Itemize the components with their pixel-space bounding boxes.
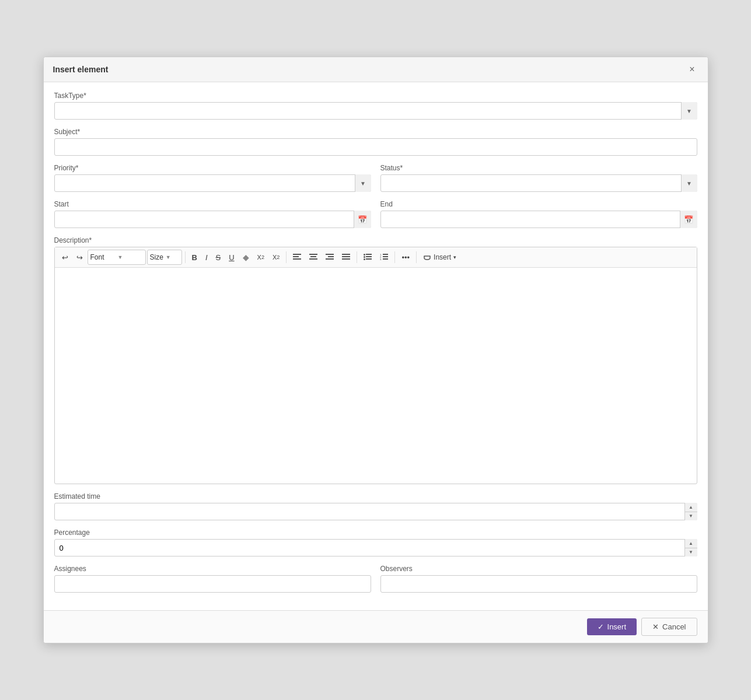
priority-col: Priority* ▼ [54,164,371,200]
underline-button[interactable]: U [225,251,237,264]
start-group: Start 📅 [54,200,371,228]
bold-button[interactable]: B [188,251,201,264]
estimated-time-down-button[interactable]: ▼ [685,512,697,521]
editor-container: ↩ ↪ Font ▼ Size ▼ B I [54,247,697,484]
insert-dropdown-button[interactable]: Insert ▾ [420,251,460,264]
priority-select-wrapper: ▼ [54,174,371,192]
font-select-arrow: ▼ [118,254,143,260]
end-input[interactable] [380,211,697,228]
end-col: End 📅 [380,200,697,236]
svg-point-14 [364,256,365,258]
percentage-down-button[interactable]: ▼ [685,548,697,557]
svg-rect-7 [328,256,334,257]
estimated-time-label: Estimated time [54,492,697,501]
size-select[interactable]: Size ▼ [147,250,182,265]
observers-input[interactable] [380,575,697,593]
subject-input[interactable] [54,138,697,156]
align-right-button[interactable] [322,251,337,263]
assignees-col: Assignees [54,565,371,601]
ordered-list-button[interactable]: 1.2.3. [376,251,392,263]
strikethrough-button[interactable]: S [212,251,225,264]
svg-rect-13 [366,254,372,255]
status-group: Status* ▼ [380,164,697,192]
size-select-arrow: ▼ [166,254,179,260]
italic-button[interactable]: I [202,251,211,264]
font-select[interactable]: Font ▼ [88,250,146,265]
svg-rect-23 [383,258,388,260]
task-type-select[interactable] [54,102,697,120]
svg-rect-3 [309,254,317,255]
insert-button-label: Insert [607,622,627,631]
status-select-wrapper: ▼ [380,174,697,192]
align-center-button[interactable] [306,251,321,263]
percentage-group: Percentage ▲ ▼ [54,528,697,556]
editor-toolbar: ↩ ↪ Font ▼ Size ▼ B I [55,247,697,268]
percentage-wrapper: ▲ ▼ [54,539,697,556]
undo-button[interactable]: ↩ [58,251,72,264]
percentage-input[interactable] [54,539,697,556]
align-justify-button[interactable] [338,251,354,263]
font-select-label: Font [90,253,116,261]
cancel-button[interactable]: ✕ Cancel [641,618,697,636]
insert-dropdown-label: Insert [434,253,451,261]
observers-group: Observers [380,565,697,593]
highlight-button[interactable]: ◆ [239,250,253,264]
assignees-input[interactable] [54,575,371,593]
start-col: Start 📅 [54,200,371,236]
status-label: Status* [380,164,697,172]
superscript-button[interactable]: X2 [269,251,283,263]
svg-text:3.: 3. [380,258,382,261]
more-button[interactable]: ••• [398,251,413,264]
insert-element-dialog: Insert element × TaskType* ▼ Subject* Pr… [43,57,708,643]
unordered-list-button[interactable] [360,251,375,263]
end-date-wrapper: 📅 [380,211,697,228]
svg-rect-17 [366,258,372,260]
estimated-time-up-button[interactable]: ▲ [685,503,697,512]
dialog-header: Insert element × [44,57,708,82]
description-editor[interactable] [55,268,697,484]
toolbar-sep-5 [416,251,417,263]
svg-rect-1 [293,256,299,257]
align-left-button[interactable] [289,251,305,263]
toolbar-sep-1 [185,251,186,263]
insert-dropdown-arrow: ▾ [453,254,456,260]
priority-group: Priority* ▼ [54,164,371,192]
insert-button[interactable]: ✓ Insert [587,618,637,635]
start-end-row: Start 📅 End 📅 [54,200,697,236]
start-date-wrapper: 📅 [54,211,371,228]
start-input[interactable] [54,211,371,228]
svg-point-16 [364,258,365,260]
observers-col: Observers [380,565,697,601]
subject-group: Subject* [54,128,697,156]
subscript-button[interactable]: X2 [254,251,268,263]
svg-rect-11 [342,258,350,260]
cancel-button-label: Cancel [662,622,686,631]
end-calendar-icon[interactable]: 📅 [680,211,697,228]
priority-select[interactable] [54,174,371,192]
svg-rect-21 [383,256,388,257]
toolbar-sep-3 [357,251,357,263]
svg-rect-6 [326,254,334,255]
dialog-body: TaskType* ▼ Subject* Priority* [44,82,708,610]
start-label: Start [54,200,371,208]
dialog-footer: ✓ Insert ✕ Cancel [44,610,708,643]
priority-label: Priority* [54,164,371,172]
priority-status-row: Priority* ▼ Status* [54,164,697,200]
subject-label: Subject* [54,128,697,136]
svg-rect-19 [383,254,388,255]
status-col: Status* ▼ [380,164,697,200]
estimated-time-input[interactable] [54,503,697,520]
assignees-group: Assignees [54,565,371,593]
close-button[interactable]: × [686,63,698,76]
estimated-time-group: Estimated time ▲ ▼ [54,492,697,520]
svg-rect-4 [310,256,316,257]
end-label: End [380,200,697,208]
svg-rect-2 [293,258,301,260]
start-calendar-icon[interactable]: 📅 [354,211,371,228]
percentage-up-button[interactable]: ▲ [685,539,697,548]
svg-rect-5 [309,258,317,260]
observers-label: Observers [380,565,697,573]
size-select-label: Size [150,253,163,261]
status-select[interactable] [380,174,697,192]
redo-button[interactable]: ↪ [73,251,86,264]
